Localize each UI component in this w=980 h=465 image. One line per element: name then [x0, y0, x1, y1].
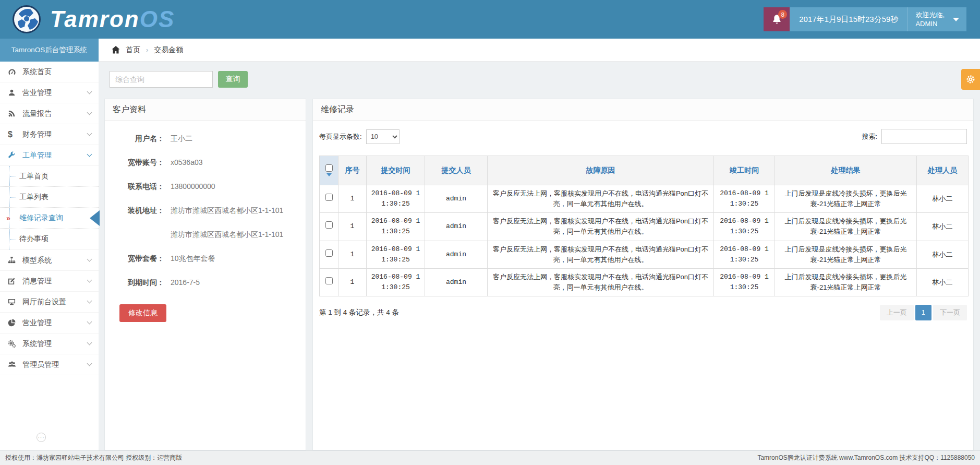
column-header[interactable]: 处理人员: [917, 156, 969, 185]
sidebar-subitem-repair-records[interactable]: » 维修记录查询: [0, 208, 99, 229]
cell-handler: 林小二: [917, 213, 969, 241]
cell-submitter: admin: [425, 185, 488, 213]
sidebar-item-workorder-mgmt[interactable]: 工单管理: [0, 145, 99, 166]
sidebar: TamronOS后台管理系统 系统首页 营业管理 流量报告 $ 财务管理 工单管…: [0, 39, 99, 450]
customer-field-row: 到期时间： 2016-7-5: [112, 277, 298, 288]
sidebar-item-finance-mgmt[interactable]: $ 财务管理: [0, 124, 99, 145]
top-header-bar: TamronOS 8 2017年1月9日15时23分59秒 欢迎光临, ADMI…: [0, 0, 980, 39]
customer-field-row: 宽带账号： x0536a03: [112, 157, 298, 168]
sidebar-item-message-mgmt[interactable]: 消息管理: [0, 271, 99, 292]
page-size-select[interactable]: 10: [366, 129, 400, 144]
field-label: 装机地址：: [112, 205, 164, 216]
chevron-down-icon: [87, 131, 92, 136]
column-header[interactable]: 竣工时间: [714, 156, 775, 185]
sidebar-item-business-mgmt-2[interactable]: 营业管理: [0, 313, 99, 333]
sidebar-item-traffic-report[interactable]: 流量报告: [0, 103, 99, 124]
cell-submitter: admin: [425, 241, 488, 268]
edit-info-button[interactable]: 修改信息: [119, 304, 166, 322]
field-label: 宽带套餐：: [112, 253, 164, 264]
sidebar-item-portal-settings[interactable]: 网厅前台设置: [0, 292, 99, 313]
chevron-down-icon: [87, 110, 92, 115]
sidebar-item-system-mgmt[interactable]: 系统管理: [0, 333, 99, 354]
chevron-down-icon: [87, 278, 92, 283]
cell-submit-time: 2016-08-09 11:30:25: [367, 241, 425, 268]
breadcrumb-separator: ›: [146, 46, 148, 54]
cell-result: 上门后发现是皮线冷接头损坏，更换后光衰-21光猫正常上网正常: [775, 268, 917, 296]
column-header[interactable]: 序号: [338, 156, 367, 185]
records-panel-title: 维修记录: [313, 99, 973, 121]
cell-handler: 林小二: [917, 241, 969, 268]
cell-result: 上门后发现是皮线冷接头损坏，更换后光衰-21光猫正常上网正常: [775, 241, 917, 268]
cell-seq: 1: [338, 213, 367, 241]
column-header[interactable]: 提交时间: [367, 156, 425, 185]
row-checkbox[interactable]: [325, 221, 333, 229]
footer-license-text: 授权使用：潍坊家园驿站电子技术有限公司 授权级别：运营商版: [5, 454, 182, 462]
pie-chart-icon: [8, 319, 22, 327]
table-row: 1 2016-08-09 11:30:25 admin 客户反应无法上网，客服核…: [320, 268, 969, 296]
clock-datetime: 2017年1月9日15时23分59秒: [790, 7, 908, 31]
column-header[interactable]: 提交人员: [425, 156, 488, 185]
sidebar-subitem-workorder-list[interactable]: 工单列表: [0, 187, 99, 208]
sidebar-item-business-mgmt[interactable]: 营业管理: [0, 82, 99, 103]
cell-handler: 林小二: [917, 268, 969, 296]
sidebar-collapse-toggle[interactable]: ···: [37, 433, 46, 442]
current-page-button[interactable]: 1: [915, 305, 931, 320]
sidebar-title: TamronOS后台管理系统: [0, 39, 99, 62]
field-value: 13800000000: [171, 181, 215, 192]
column-header[interactable]: 处理结果: [775, 156, 917, 185]
workorder-submenu: 工单首页 工单列表 » 维修记录查询 待办事项: [0, 166, 99, 250]
quick-settings-gear-button[interactable]: [961, 69, 980, 90]
search-button[interactable]: 查询: [218, 71, 248, 88]
footer-vendor-text: TamronOS腾龙认证计费系统 www.TamronOS.com 技术支持QQ…: [757, 454, 975, 462]
table-header-row: 序号 提交时间 提交人员 故障原因 竣工时间 处理结果 处理人员: [320, 156, 969, 185]
prev-page-button[interactable]: 上一页: [880, 305, 914, 320]
sidebar-item-admin-mgmt[interactable]: 管理员管理: [0, 354, 99, 375]
toolbar: 查询: [99, 62, 980, 99]
breadcrumb: 首页 › 交易金额: [99, 39, 980, 62]
customer-panel-title: 客户资料: [105, 99, 306, 121]
sidebar-subitem-workorder-home[interactable]: 工单首页: [0, 166, 99, 187]
cell-seq: 1: [338, 185, 367, 213]
table-row: 1 2016-08-09 11:30:25 admin 客户反应无法上网，客服核…: [320, 241, 969, 268]
sitemap-icon: [8, 256, 22, 264]
field-value: 王小二: [171, 133, 192, 144]
globe-logo-icon: [11, 4, 42, 34]
field-value: 潍坊市潍城区西城名都小区1-1-101: [171, 205, 283, 216]
customer-field-row: 联系电话： 13800000000: [112, 181, 298, 192]
table-search-input[interactable]: [881, 129, 967, 144]
home-icon[interactable]: [112, 46, 120, 54]
sidebar-subitem-todo[interactable]: 待办事项: [0, 229, 99, 249]
global-search-input[interactable]: [110, 71, 213, 88]
select-all-checkbox[interactable]: [325, 164, 333, 172]
user-icon: [8, 89, 22, 97]
field-label: 用户名：: [112, 133, 164, 144]
breadcrumb-current: 交易金额: [154, 45, 183, 55]
customer-field-row: 装机地址： 潍坊市潍城区西城名都小区1-1-101: [112, 205, 298, 216]
cell-finish-time: 2016-08-09 11:30:25: [714, 241, 775, 268]
notifications-button[interactable]: 8: [764, 7, 790, 31]
row-checkbox[interactable]: [325, 194, 333, 201]
cell-fault-reason: 客户反应无法上网，客服核实发现用户不在线，电话沟通光猫Pon口灯不亮，同一单元有…: [488, 185, 714, 213]
field-label: 联系电话：: [112, 181, 164, 192]
sidebar-item-model-system[interactable]: 模型系统: [0, 250, 99, 271]
breadcrumb-home-link[interactable]: 首页: [126, 45, 140, 55]
chevron-down-icon: [953, 18, 959, 21]
footer: 授权使用：潍坊家园驿站电子技术有限公司 授权级别：运营商版 TamronOS腾龙…: [0, 450, 980, 465]
user-menu[interactable]: 欢迎光临, ADMIN: [908, 7, 966, 31]
next-page-button[interactable]: 下一页: [933, 305, 967, 320]
sort-caret-icon[interactable]: [326, 173, 332, 176]
column-header[interactable]: 故障原因: [488, 156, 714, 185]
cell-fault-reason: 客户反应无法上网，客服核实发现用户不在线，电话沟通光猫Pon口灯不亮，同一单元有…: [488, 213, 714, 241]
row-checkbox[interactable]: [325, 277, 333, 284]
brand-logo: TamronOS: [11, 4, 175, 34]
row-checkbox[interactable]: [325, 249, 333, 257]
table-row: 1 2016-08-09 11:30:25 admin 客户反应无法上网，客服核…: [320, 185, 969, 213]
cell-submit-time: 2016-08-09 11:30:25: [367, 185, 425, 213]
chevron-down-icon: [87, 319, 92, 325]
field-value: 2016-7-5: [171, 277, 200, 288]
gears-icon: [8, 340, 22, 348]
username: ADMIN: [915, 20, 937, 28]
chevron-down-icon: [87, 152, 92, 157]
cell-fault-reason: 客户反应无法上网，客服核实发现用户不在线，电话沟通光猫Pon口灯不亮，同一单元有…: [488, 268, 714, 296]
sidebar-item-system-home[interactable]: 系统首页: [0, 62, 99, 82]
